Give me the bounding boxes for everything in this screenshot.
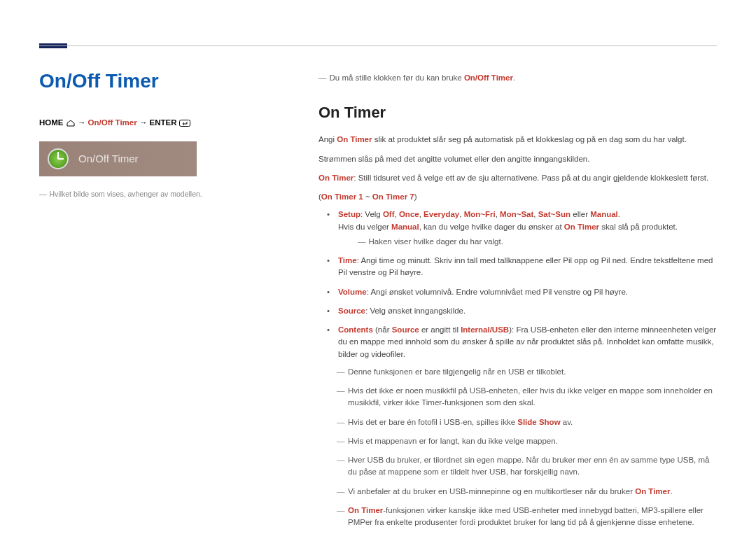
p1-a: Angi	[318, 135, 337, 143]
bullet-volume: Volume: Angi ønsket volumnivå. Endre vol…	[331, 286, 718, 298]
section-title: On Timer	[318, 101, 718, 124]
note-7b: -funksjonen virker kanskje ikke med USB-…	[348, 506, 704, 526]
contents-a: (når	[373, 325, 392, 334]
setup-everyday: Everyday	[424, 210, 459, 218]
setup-subnote: ―Haken viser hvilke dager du har valgt.	[338, 236, 718, 248]
note-7: ―On Timer-funksjonen virker kanskje ikke…	[338, 505, 718, 529]
note-3: ―Hvis det er bare én fotofil i USB-en, s…	[338, 416, 718, 428]
breadcrumb-enter: ENTER	[150, 118, 177, 127]
left-caption-note: ―Hvilket bilde som vises, avhenger av mo…	[39, 189, 270, 200]
contents-src: Source	[392, 325, 419, 334]
breadcrumb-arrow-2: →	[137, 118, 150, 127]
note-6c: .	[670, 487, 672, 496]
menu-screenshot: On/Off Timer	[39, 141, 197, 176]
note-6a: Vi anbefaler at du bruker en USB-minnepi…	[348, 487, 635, 496]
page-title: On/Off Timer	[39, 66, 270, 96]
home-icon	[66, 120, 76, 127]
setup-monfri: Mon~Fri	[464, 210, 496, 218]
left-caption-text: Hvilket bilde som vises, avhenger av mod…	[50, 190, 202, 198]
setup-monsat: Mon~Sat	[500, 210, 533, 218]
bullet-list: Setup: Velg Off, Once, Everyday, Mon~Fri…	[318, 209, 718, 528]
time-text: : Angi time og minutt. Skriv inn tall me…	[338, 256, 713, 276]
bullet-time: Time: Angi time og minutt. Skriv inn tal…	[331, 255, 718, 279]
range-mid: ~	[363, 192, 372, 201]
right-column: ―Du må stille klokken før du kan bruke O…	[318, 72, 718, 534]
contents-label: Contents	[338, 325, 373, 334]
breadcrumb: HOME → On/Off Timer → ENTER	[39, 117, 270, 129]
note-4: ―Hvis et mappenavn er for langt, kan du …	[338, 435, 718, 447]
setup-l2b: Manual	[391, 223, 419, 231]
setup-l2d: On Timer	[564, 223, 599, 231]
bullet-setup: Setup: Velg Off, Once, Everyday, Mon~Fri…	[331, 209, 718, 248]
note-5-text: Hver USB du bruker, er tilordnet sin ege…	[348, 456, 709, 476]
note-1: ―Denne funksjonen er bare tilgjengelig n…	[338, 366, 718, 378]
note-2-text: Hvis det ikke er noen musikkfil på USB-e…	[348, 386, 713, 407]
setup-satsun: Sat~Sun	[538, 210, 570, 218]
note-3c: av.	[561, 418, 573, 426]
note-3a: Hvis det er bare én fotofil i USB-en, sp…	[348, 418, 517, 426]
note-2: ―Hvis det ikke er noen musikkfil på USB-…	[338, 385, 718, 409]
range-b: On Timer 7	[372, 192, 414, 201]
setup-eller: eller	[570, 210, 590, 218]
enter-icon	[179, 120, 190, 127]
range-a: On Timer 1	[321, 192, 363, 201]
setup-l2e: skal slå på produktet.	[599, 223, 678, 231]
setup-manual: Manual	[590, 210, 618, 218]
range-rp: )	[414, 192, 417, 201]
note-1-text: Denne funksjonen er bare tilgjengelig nå…	[348, 367, 566, 376]
setup-l2a: Hvis du velger	[338, 223, 391, 231]
note-4-text: Hvis et mappenavn er for langt, kan du i…	[348, 437, 558, 445]
paragraph-3: On Timer: Still tidsuret ved å velge ett…	[318, 172, 718, 184]
setup-a: : Velg	[360, 210, 383, 218]
source-label: Source	[338, 307, 365, 315]
notes-list: ―Denne funksjonen er bare tilgjengelig n…	[338, 366, 718, 529]
note-6: ―Vi anbefaler at du bruker en USB-minnep…	[338, 486, 718, 498]
source-text: : Velg ønsket inngangskilde.	[365, 307, 465, 315]
setup-label: Setup	[338, 210, 360, 218]
bullet-source: Source: Velg ønsket inngangskilde.	[331, 305, 718, 317]
breadcrumb-mid: On/Off Timer	[88, 118, 137, 127]
intro-note: ―Du må stille klokken før du kan bruke O…	[318, 72, 718, 84]
contents-b: er angitt til	[419, 325, 461, 334]
intro-bold: On/Off Timer	[464, 73, 513, 82]
setup-dot: .	[618, 210, 620, 218]
p1-b: On Timer	[337, 135, 372, 143]
note-7a: On Timer	[348, 506, 383, 514]
p3-a: On Timer	[318, 174, 354, 182]
timer-range-label: (On Timer 1 ~ On Timer 7)	[318, 191, 718, 203]
header-divider	[39, 45, 717, 46]
intro-text-before: Du må stille klokken før du kan bruke	[330, 73, 464, 82]
volume-text: : Angi ønsket volumnivå. Endre volumnivå…	[367, 288, 628, 296]
note-3b: Slide Show	[517, 418, 560, 426]
setup-once: Once	[399, 210, 419, 218]
p1-c: slik at produktet slår seg på automatisk…	[372, 135, 687, 143]
paragraph-1: Angi On Timer slik at produktet slår seg…	[318, 134, 718, 146]
menu-screenshot-label: On/Off Timer	[78, 151, 139, 167]
paragraph-2: Strømmen slås på med det angitte volumet…	[318, 153, 718, 165]
note-6b: On Timer	[635, 487, 670, 496]
svg-rect-0	[179, 120, 190, 127]
clock-icon	[48, 148, 69, 169]
setup-l2c: , kan du velge hvilke dager du ønsker at	[419, 223, 564, 231]
intro-text-after: .	[513, 73, 515, 82]
breadcrumb-arrow-1: →	[78, 118, 88, 127]
contents-intusb: Internal/USB	[461, 325, 509, 334]
time-label: Time	[338, 256, 357, 265]
breadcrumb-home: HOME	[39, 118, 64, 127]
setup-sub-text: Haken viser hvilke dager du har valgt.	[369, 237, 503, 246]
volume-label: Volume	[338, 288, 367, 296]
bullet-contents: Contents (når Source er angitt til Inter…	[331, 324, 718, 528]
p3-b: : Still tidsuret ved å velge ett av de s…	[354, 174, 708, 182]
left-column: On/Off Timer HOME → On/Off Timer → ENTER…	[39, 66, 270, 200]
setup-off: Off	[383, 210, 395, 218]
note-5: ―Hver USB du bruker, er tilordnet sin eg…	[338, 454, 718, 479]
